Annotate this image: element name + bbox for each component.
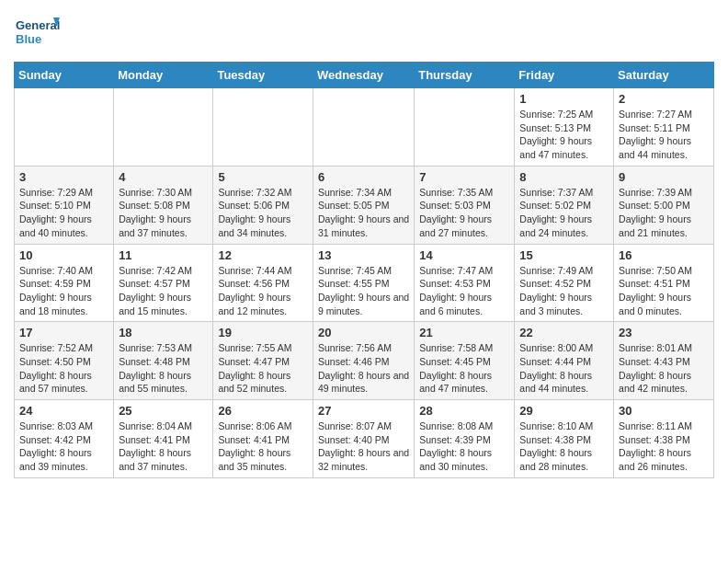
week-row-3: 10Sunrise: 7:40 AM Sunset: 4:59 PM Dayli… — [15, 244, 714, 322]
calendar-cell: 11Sunrise: 7:42 AM Sunset: 4:57 PM Dayli… — [114, 244, 213, 322]
day-info: Sunrise: 7:40 AM Sunset: 4:59 PM Dayligh… — [19, 264, 108, 318]
day-number: 30 — [619, 404, 709, 418]
day-info: Sunrise: 7:32 AM Sunset: 5:06 PM Dayligh… — [218, 186, 308, 240]
day-number: 11 — [119, 248, 208, 262]
calendar-cell: 29Sunrise: 8:10 AM Sunset: 4:38 PM Dayli… — [515, 400, 614, 478]
svg-text:General: General — [16, 18, 60, 32]
calendar-cell: 24Sunrise: 8:03 AM Sunset: 4:42 PM Dayli… — [15, 400, 114, 478]
calendar-cell: 2Sunrise: 7:27 AM Sunset: 5:11 PM Daylig… — [614, 88, 714, 167]
calendar-cell — [114, 88, 213, 167]
day-info: Sunrise: 8:07 AM Sunset: 4:40 PM Dayligh… — [318, 419, 409, 474]
day-number: 2 — [619, 92, 709, 106]
day-number: 23 — [619, 326, 709, 339]
calendar-cell: 30Sunrise: 8:11 AM Sunset: 4:38 PM Dayli… — [614, 400, 714, 478]
header-wednesday: Wednesday — [313, 63, 414, 88]
calendar-cell: 15Sunrise: 7:49 AM Sunset: 4:52 PM Dayli… — [515, 244, 614, 322]
day-info: Sunrise: 7:35 AM Sunset: 5:03 PM Dayligh… — [419, 186, 509, 240]
calendar-cell: 25Sunrise: 8:04 AM Sunset: 4:41 PM Dayli… — [114, 400, 213, 478]
day-info: Sunrise: 7:50 AM Sunset: 4:51 PM Dayligh… — [619, 264, 709, 318]
day-info: Sunrise: 8:01 AM Sunset: 4:43 PM Dayligh… — [619, 341, 709, 396]
day-number: 9 — [619, 170, 709, 184]
calendar-cell: 22Sunrise: 8:00 AM Sunset: 4:44 PM Dayli… — [515, 322, 614, 400]
day-number: 22 — [519, 326, 609, 339]
logo: General Blue — [14, 14, 60, 52]
calendar-cell: 1Sunrise: 7:25 AM Sunset: 5:13 PM Daylig… — [515, 88, 614, 167]
day-number: 3 — [19, 170, 108, 184]
day-info: Sunrise: 7:34 AM Sunset: 5:05 PM Dayligh… — [318, 186, 409, 240]
calendar-cell: 12Sunrise: 7:44 AM Sunset: 4:56 PM Dayli… — [213, 244, 313, 322]
day-number: 7 — [419, 170, 509, 184]
calendar-cell: 27Sunrise: 8:07 AM Sunset: 4:40 PM Dayli… — [313, 400, 414, 478]
week-row-5: 24Sunrise: 8:03 AM Sunset: 4:42 PM Dayli… — [15, 400, 714, 478]
day-info: Sunrise: 7:47 AM Sunset: 4:53 PM Dayligh… — [419, 264, 509, 318]
header: General Blue — [14, 14, 714, 52]
day-number: 21 — [419, 326, 509, 339]
week-row-2: 3Sunrise: 7:29 AM Sunset: 5:10 PM Daylig… — [15, 166, 714, 244]
day-info: Sunrise: 7:27 AM Sunset: 5:11 PM Dayligh… — [619, 108, 709, 162]
calendar-cell: 3Sunrise: 7:29 AM Sunset: 5:10 PM Daylig… — [15, 166, 114, 244]
day-number: 17 — [19, 326, 108, 339]
day-number: 4 — [119, 170, 208, 184]
day-info: Sunrise: 7:49 AM Sunset: 4:52 PM Dayligh… — [519, 264, 609, 318]
day-number: 8 — [519, 170, 609, 184]
calendar-cell: 21Sunrise: 7:58 AM Sunset: 4:45 PM Dayli… — [415, 322, 515, 400]
calendar-cell: 4Sunrise: 7:30 AM Sunset: 5:08 PM Daylig… — [114, 166, 213, 244]
calendar-cell — [15, 88, 114, 167]
calendar-cell: 7Sunrise: 7:35 AM Sunset: 5:03 PM Daylig… — [415, 166, 515, 244]
day-number: 28 — [419, 404, 509, 418]
page: General Blue SundayMondayTuesdayWednesda… — [0, 0, 728, 492]
day-info: Sunrise: 8:08 AM Sunset: 4:39 PM Dayligh… — [419, 419, 509, 474]
day-info: Sunrise: 7:29 AM Sunset: 5:10 PM Dayligh… — [19, 186, 108, 240]
header-tuesday: Tuesday — [213, 63, 313, 88]
day-number: 24 — [19, 404, 108, 418]
day-info: Sunrise: 7:58 AM Sunset: 4:45 PM Dayligh… — [419, 341, 509, 396]
calendar-cell: 14Sunrise: 7:47 AM Sunset: 4:53 PM Dayli… — [415, 244, 515, 322]
day-info: Sunrise: 8:03 AM Sunset: 4:42 PM Dayligh… — [19, 419, 108, 474]
week-row-1: 1Sunrise: 7:25 AM Sunset: 5:13 PM Daylig… — [15, 88, 714, 167]
header-sunday: Sunday — [15, 63, 114, 88]
day-number: 26 — [218, 404, 308, 418]
calendar-cell: 28Sunrise: 8:08 AM Sunset: 4:39 PM Dayli… — [415, 400, 515, 478]
calendar-cell: 17Sunrise: 7:52 AM Sunset: 4:50 PM Dayli… — [15, 322, 114, 400]
header-saturday: Saturday — [614, 63, 714, 88]
day-info: Sunrise: 7:45 AM Sunset: 4:55 PM Dayligh… — [318, 264, 409, 318]
header-thursday: Thursday — [415, 63, 515, 88]
calendar-cell: 10Sunrise: 7:40 AM Sunset: 4:59 PM Dayli… — [15, 244, 114, 322]
day-number: 29 — [519, 404, 609, 418]
day-number: 12 — [218, 248, 308, 262]
day-number: 15 — [519, 248, 609, 262]
svg-text:Blue: Blue — [16, 32, 41, 46]
calendar-cell — [313, 88, 414, 167]
day-info: Sunrise: 7:37 AM Sunset: 5:02 PM Dayligh… — [519, 186, 609, 240]
calendar: SundayMondayTuesdayWednesdayThursdayFrid… — [14, 62, 714, 478]
day-number: 16 — [619, 248, 709, 262]
header-monday: Monday — [114, 63, 213, 88]
calendar-cell: 23Sunrise: 8:01 AM Sunset: 4:43 PM Dayli… — [614, 322, 714, 400]
calendar-cell: 8Sunrise: 7:37 AM Sunset: 5:02 PM Daylig… — [515, 166, 614, 244]
day-info: Sunrise: 8:04 AM Sunset: 4:41 PM Dayligh… — [119, 419, 208, 474]
header-friday: Friday — [515, 63, 614, 88]
day-number: 20 — [318, 326, 409, 339]
day-info: Sunrise: 8:10 AM Sunset: 4:38 PM Dayligh… — [519, 419, 609, 474]
day-info: Sunrise: 7:55 AM Sunset: 4:47 PM Dayligh… — [218, 341, 308, 396]
calendar-cell: 20Sunrise: 7:56 AM Sunset: 4:46 PM Dayli… — [313, 322, 414, 400]
day-info: Sunrise: 7:39 AM Sunset: 5:00 PM Dayligh… — [619, 186, 709, 240]
day-info: Sunrise: 7:56 AM Sunset: 4:46 PM Dayligh… — [318, 341, 409, 396]
day-number: 1 — [519, 92, 609, 106]
logo-svg: General Blue — [14, 14, 60, 52]
day-number: 27 — [318, 404, 409, 418]
day-number: 6 — [318, 170, 409, 184]
day-number: 14 — [419, 248, 509, 262]
day-number: 5 — [218, 170, 308, 184]
day-info: Sunrise: 8:00 AM Sunset: 4:44 PM Dayligh… — [519, 341, 609, 396]
day-number: 19 — [218, 326, 308, 339]
week-row-4: 17Sunrise: 7:52 AM Sunset: 4:50 PM Dayli… — [15, 322, 714, 400]
calendar-cell: 18Sunrise: 7:53 AM Sunset: 4:48 PM Dayli… — [114, 322, 213, 400]
calendar-header-row: SundayMondayTuesdayWednesdayThursdayFrid… — [15, 63, 714, 88]
calendar-cell: 5Sunrise: 7:32 AM Sunset: 5:06 PM Daylig… — [213, 166, 313, 244]
day-number: 13 — [318, 248, 409, 262]
calendar-cell: 19Sunrise: 7:55 AM Sunset: 4:47 PM Dayli… — [213, 322, 313, 400]
day-info: Sunrise: 7:25 AM Sunset: 5:13 PM Dayligh… — [519, 108, 609, 162]
day-info: Sunrise: 7:44 AM Sunset: 4:56 PM Dayligh… — [218, 264, 308, 318]
day-number: 25 — [119, 404, 208, 418]
